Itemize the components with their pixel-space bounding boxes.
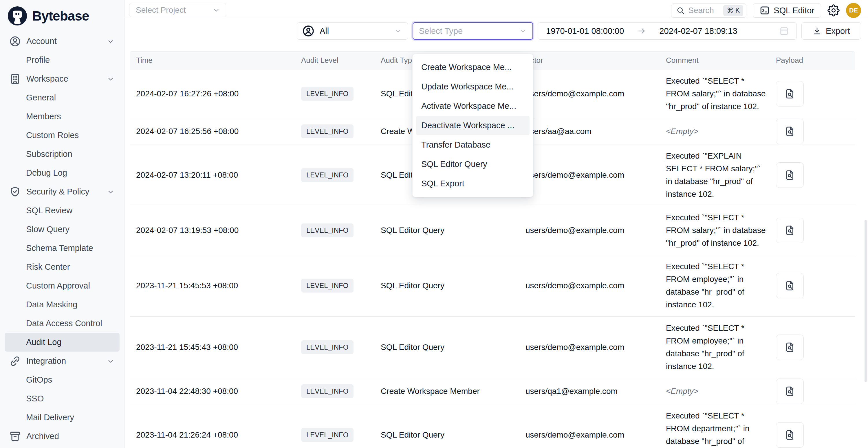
topbar: Select Project Search ⌘ K SQL Editor DE [124, 0, 868, 18]
file-search-icon [784, 125, 796, 137]
sql-editor-button[interactable]: SQL Editor [753, 3, 821, 18]
audit-level-cell: LEVEL_INFO [301, 87, 381, 101]
sidebar-item-subscription[interactable]: Subscription [5, 145, 120, 163]
actor-cell: users/demo@example.com [526, 281, 666, 290]
file-search-icon [784, 224, 796, 236]
scrollbar-thumb[interactable] [865, 220, 867, 382]
project-select[interactable]: Select Project [129, 3, 226, 17]
comment-text: Executed `"SELECT * FROM employee;"` in … [666, 324, 744, 371]
sidebar-item-label: Workspace [26, 74, 68, 84]
comment-cell: Executed `"SELECT * FROM employee;"` in … [666, 317, 776, 378]
column-header-actor: Actor [526, 56, 666, 65]
audit-level-badge: LEVEL_INFO [301, 223, 353, 237]
audit-level-badge: LEVEL_INFO [301, 428, 353, 442]
sidebar-item-sso[interactable]: SSO [5, 389, 120, 408]
payload-view-button[interactable] [776, 273, 804, 298]
sidebar-item-label: Custom Approval [26, 281, 90, 291]
sidebar-item-label: Security & Policy [26, 187, 90, 196]
type-option-deactivate-workspace[interactable]: Deactivate Workspace ... [416, 116, 530, 135]
sidebar-item-label: SSO [26, 394, 44, 404]
sidebar-item-label: Account [26, 36, 57, 46]
type-option-sql-export[interactable]: SQL Export [416, 174, 530, 193]
avatar[interactable]: DE [846, 3, 861, 18]
sidebar-item-label: Risk Center [26, 262, 70, 272]
sidebar-item-schema-template[interactable]: Schema Template [5, 239, 120, 258]
topbar-right: Search ⌘ K SQL Editor DE [671, 3, 861, 18]
sidebar-item-data-access-control[interactable]: Data Access Control [5, 314, 120, 333]
sql-editor-label: SQL Editor [774, 6, 814, 15]
date-range-picker[interactable]: 1970-01-01 08:00:00 2024-02-07 18:09:13 [538, 22, 797, 40]
export-button[interactable]: Export [801, 22, 861, 40]
date-start: 1970-01-01 08:00:00 [546, 26, 624, 36]
sidebar-item-label: Debug Log [26, 168, 67, 178]
payload-cell [776, 162, 855, 188]
type-option-create-workspace-me[interactable]: Create Workspace Me... [416, 58, 530, 77]
payload-cell [776, 379, 855, 404]
type-option-update-workspace-me[interactable]: Update Workspace Me... [416, 77, 530, 96]
file-search-icon [784, 429, 796, 441]
payload-view-button[interactable] [776, 81, 804, 106]
payload-view-button[interactable] [776, 422, 804, 448]
type-option-transfer-database[interactable]: Transfer Database [416, 135, 530, 155]
calendar-icon [778, 26, 789, 36]
payload-view-button[interactable] [776, 119, 804, 144]
actor-cell: users/qa1@example.com [526, 387, 666, 396]
actor-cell: users/demo@example.com [526, 343, 666, 352]
file-search-icon [784, 169, 796, 181]
column-header-audit-level: Audit Level [301, 56, 381, 65]
project-select-placeholder: Select Project [136, 5, 186, 15]
type-filter-select[interactable]: Select Type [412, 22, 533, 40]
sidebar-item-gitops[interactable]: GitOps [5, 371, 120, 389]
comment-cell: Executed `"SELECT * FROM salary;"` in da… [666, 69, 776, 118]
comment-cell: Executed `"EXPLAIN SELECT * FROM salary;… [666, 145, 776, 206]
sidebar-item-audit-log[interactable]: Audit Log [5, 333, 120, 352]
sidebar-item-label: Subscription [26, 149, 72, 159]
sidebar-item-custom-roles[interactable]: Custom Roles [5, 126, 120, 145]
payload-view-button[interactable] [776, 218, 804, 243]
sidebar-item-label: Members [26, 112, 61, 121]
sidebar-item-risk-center[interactable]: Risk Center [5, 258, 120, 277]
sidebar-item-integration[interactable]: Integration [5, 352, 120, 371]
sidebar-item-workspace[interactable]: Workspace [5, 69, 120, 88]
payload-cell [776, 119, 855, 144]
actor-filter-value: All [320, 26, 329, 36]
sidebar-item-slow-query[interactable]: Slow Query [5, 220, 120, 239]
terminal-icon [760, 5, 770, 15]
payload-view-button[interactable] [776, 334, 804, 360]
sidebar-item-account[interactable]: Account [5, 32, 120, 51]
actor-filter-select[interactable]: All [297, 22, 408, 40]
payload-view-button[interactable] [776, 162, 804, 188]
search-input[interactable]: Search ⌘ K [671, 3, 746, 18]
payload-view-button[interactable] [776, 379, 804, 404]
comment-cell: Executed `"SELECT * FROM department;"` i… [666, 404, 776, 448]
sidebar-item-members[interactable]: Members [5, 107, 120, 126]
comment-text: Executed `"SELECT * FROM employee;"` in … [666, 262, 744, 309]
audit-level-cell: LEVEL_INFO [301, 428, 381, 442]
sidebar-item-debug-log[interactable]: Debug Log [5, 163, 120, 182]
sidebar-item-security-policy[interactable]: Security & Policy [5, 182, 120, 201]
table-row: 2023-11-04 22:48:30 +08:00LEVEL_INFOCrea… [130, 378, 855, 404]
comment-cell: <Empty> [666, 380, 776, 403]
gear-icon[interactable] [828, 4, 840, 17]
table-row: 2023-11-21 15:45:53 +08:00LEVEL_INFOSQL … [130, 255, 855, 317]
comment-text: Executed `"SELECT * FROM department;"` i… [666, 411, 749, 448]
payload-cell [776, 334, 855, 360]
sidebar-item-profile[interactable]: Profile [5, 51, 120, 69]
sidebar-item-custom-approval[interactable]: Custom Approval [5, 277, 120, 295]
arrow-right-icon [637, 26, 647, 36]
sidebar-item-mail-delivery[interactable]: Mail Delivery [5, 408, 120, 427]
sidebar-item-general[interactable]: General [5, 88, 120, 107]
sidebar-item-data-masking[interactable]: Data Masking [5, 295, 120, 314]
chevron-down-icon [394, 27, 402, 35]
time-cell: 2024-02-07 13:19:53 +08:00 [130, 226, 301, 235]
type-option-sql-editor-query[interactable]: SQL Editor Query [416, 155, 530, 174]
audit-level-badge: LEVEL_INFO [301, 340, 353, 354]
search-icon [676, 6, 685, 15]
sidebar-item-archived[interactable]: Archived [5, 427, 120, 446]
sidebar-item-sql-review[interactable]: SQL Review [5, 201, 120, 220]
payload-cell [776, 273, 855, 298]
time-cell: 2023-11-21 15:45:53 +08:00 [130, 281, 301, 290]
brand-logo[interactable]: Bytebase [0, 0, 124, 32]
type-option-activate-workspace-me[interactable]: Activate Workspace Me... [416, 96, 530, 116]
audit-level-badge: LEVEL_INFO [301, 384, 353, 398]
